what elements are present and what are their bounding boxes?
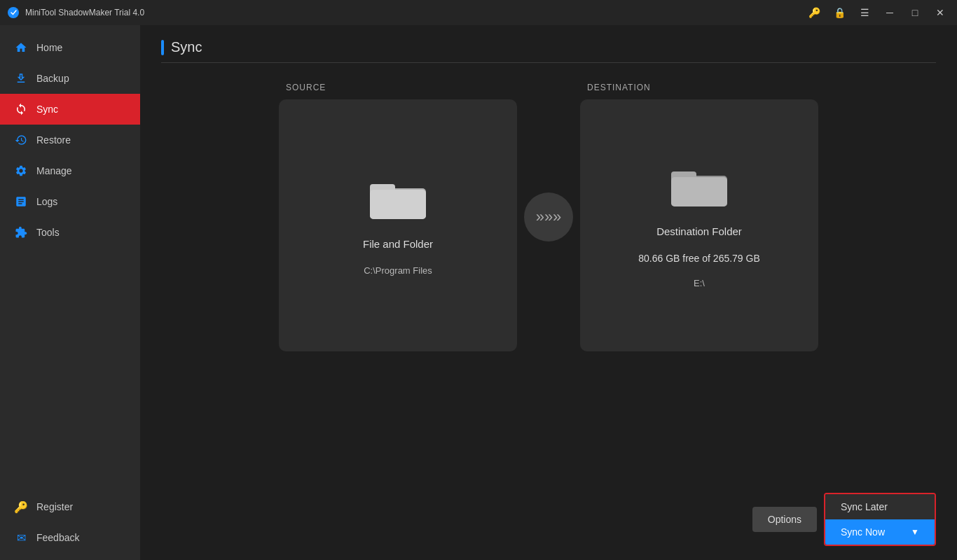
- sidebar-item-logs[interactable]: Logs: [0, 186, 140, 217]
- sidebar-label-backup: Backup: [36, 73, 69, 84]
- svg-rect-3: [370, 190, 426, 219]
- sidebar-label-tools: Tools: [36, 227, 60, 238]
- source-path: C:\Program Files: [364, 265, 432, 276]
- sidebar-item-tools[interactable]: Tools: [0, 217, 140, 248]
- dropdown-arrow-icon: ▼: [911, 527, 919, 537]
- svg-point-0: [8, 7, 19, 18]
- logs-icon: [14, 195, 28, 209]
- svg-rect-6: [671, 177, 727, 206]
- source-name: File and Folder: [363, 238, 433, 250]
- title-actions: 🔑 🔒 ☰ ─ □ ✕: [804, 3, 950, 22]
- source-folder-icon: [370, 176, 426, 221]
- source-panel-wrapper: SOURCE File and Folder C:\Program Files: [279, 83, 517, 351]
- sync-later-button[interactable]: Sync Later: [825, 494, 935, 519]
- main-content: Sync SOURCE File and Folder C:\Program: [140, 25, 957, 560]
- destination-name: Destination Folder: [656, 225, 742, 237]
- restore-button[interactable]: □: [905, 3, 925, 22]
- sync-panels: SOURCE File and Folder C:\Program Files: [161, 84, 936, 350]
- sidebar-item-sync[interactable]: Sync: [0, 94, 140, 125]
- sidebar-item-register[interactable]: 🔑 Register: [0, 491, 140, 522]
- page-title: Sync: [171, 39, 202, 55]
- tools-icon: [14, 225, 28, 239]
- page-header-accent: [161, 40, 164, 55]
- destination-storage: 80.66 GB free of 265.79 GB: [638, 253, 760, 264]
- sidebar-item-home[interactable]: Home: [0, 32, 140, 63]
- destination-panel[interactable]: Destination Folder 80.66 GB free of 265.…: [580, 99, 818, 351]
- source-panel[interactable]: File and Folder C:\Program Files: [279, 99, 517, 351]
- restore-nav-icon: [14, 133, 28, 147]
- titlebar: MiniTool ShadowMaker Trial 4.0 🔑 🔒 ☰ ─ □…: [0, 0, 957, 25]
- page-header: Sync: [161, 39, 936, 63]
- arrow-symbol: »»»: [536, 208, 562, 226]
- sidebar-label-restore: Restore: [36, 134, 71, 146]
- minimize-button[interactable]: ─: [880, 3, 900, 22]
- menu-icon-button[interactable]: ☰: [855, 3, 874, 22]
- manage-icon: [14, 164, 28, 178]
- register-icon: 🔑: [14, 500, 28, 514]
- app-title: MiniTool ShadowMaker Trial 4.0: [25, 8, 804, 18]
- action-bar: Options Sync Later Sync Now ▼: [752, 493, 936, 546]
- sidebar-label-feedback: Feedback: [36, 532, 79, 543]
- sidebar: Home Backup Sync Restore: [0, 25, 140, 560]
- sync-now-label: Sync Now: [841, 526, 885, 538]
- sidebar-item-backup[interactable]: Backup: [0, 63, 140, 94]
- sidebar-label-logs: Logs: [36, 196, 57, 207]
- destination-folder-icon: [671, 163, 727, 209]
- sidebar-item-feedback[interactable]: ✉ Feedback: [0, 522, 140, 553]
- sidebar-label-home: Home: [36, 42, 62, 53]
- source-label: SOURCE: [279, 83, 326, 92]
- sidebar-label-sync: Sync: [36, 104, 58, 115]
- destination-panel-wrapper: DESTINATION Destination Folder 80.66 GB …: [580, 83, 818, 351]
- feedback-icon: ✉: [14, 531, 28, 545]
- options-button[interactable]: Options: [752, 507, 817, 532]
- sync-icon: [14, 102, 28, 116]
- key-icon-button[interactable]: 🔑: [804, 3, 824, 22]
- app-logo-icon: [7, 6, 20, 19]
- sidebar-label-register: Register: [36, 501, 73, 512]
- arrow-connector: »»»: [524, 192, 573, 241]
- sync-now-button[interactable]: Sync Now ▼: [825, 519, 935, 545]
- backup-icon: [14, 71, 28, 85]
- close-button[interactable]: ✕: [930, 3, 950, 22]
- sidebar-label-manage: Manage: [36, 165, 72, 176]
- destination-path: E:\: [694, 278, 705, 288]
- app-layout: Home Backup Sync Restore: [0, 25, 957, 560]
- lock-icon-button[interactable]: 🔒: [829, 3, 849, 22]
- sidebar-bottom: 🔑 Register ✉ Feedback: [0, 491, 140, 560]
- sidebar-item-restore[interactable]: Restore: [0, 125, 140, 155]
- sidebar-item-manage[interactable]: Manage: [0, 155, 140, 186]
- destination-label: DESTINATION: [580, 83, 651, 92]
- sync-dropdown: Sync Later Sync Now ▼: [824, 493, 936, 546]
- home-icon: [14, 41, 28, 55]
